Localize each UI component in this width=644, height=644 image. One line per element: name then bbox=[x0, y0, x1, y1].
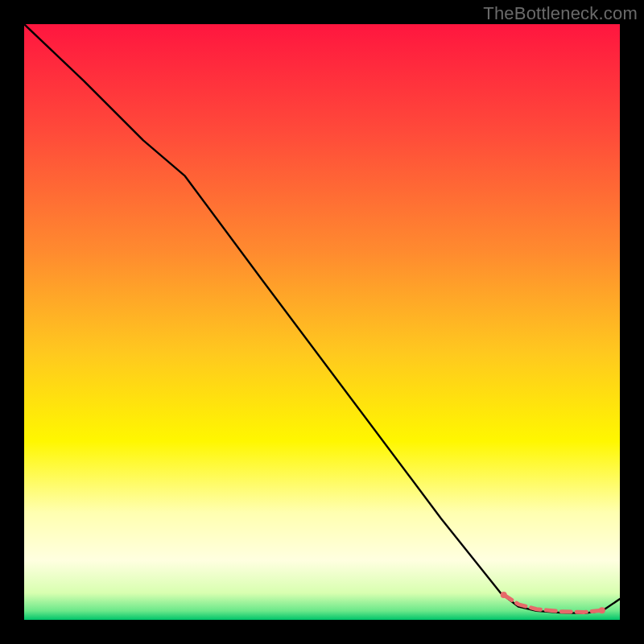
marker-dash-start bbox=[501, 592, 507, 598]
marker-dash-end bbox=[599, 607, 605, 613]
chart-svg bbox=[24, 24, 620, 620]
watermark-text: TheBottleneck.com bbox=[483, 3, 638, 24]
chart-container: TheBottleneck.com bbox=[0, 0, 644, 644]
gradient-background bbox=[24, 24, 620, 620]
plot-area bbox=[24, 24, 620, 620]
